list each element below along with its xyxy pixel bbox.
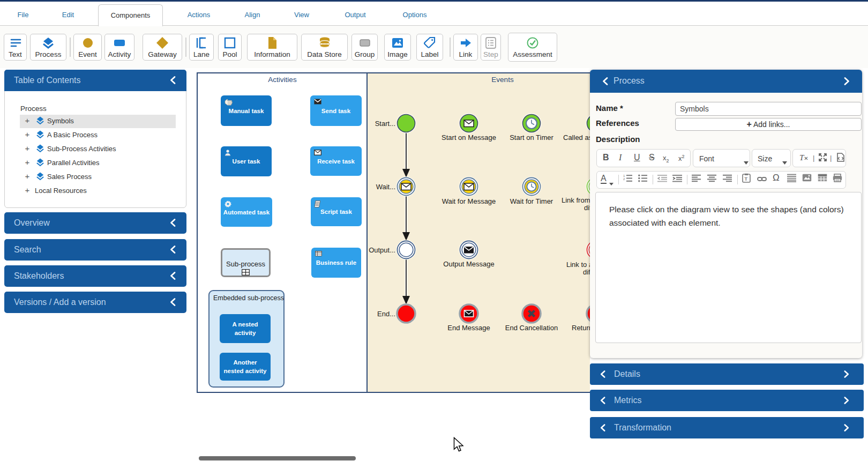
svg-text:T: T bbox=[745, 176, 748, 182]
svg-text:2: 2 bbox=[623, 177, 625, 181]
